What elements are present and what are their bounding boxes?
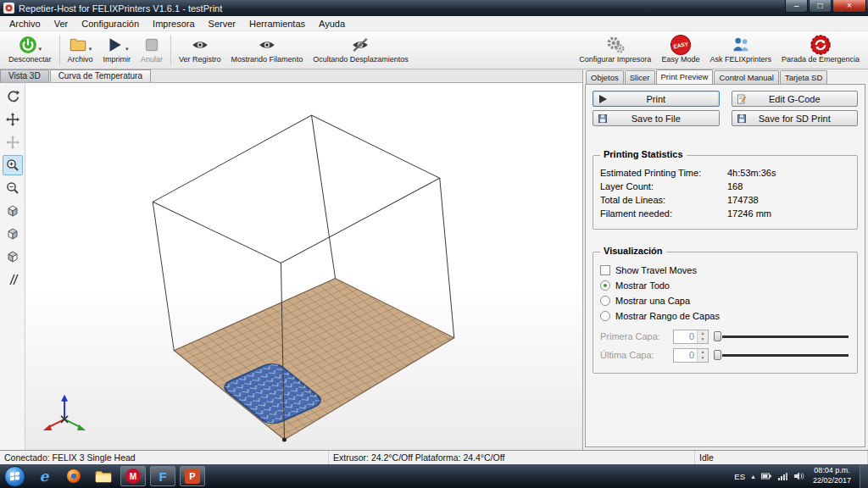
language-indicator[interactable]: ES (734, 472, 745, 481)
powerpoint-taskbar-icon[interactable]: P (180, 466, 205, 486)
menu-ver[interactable]: Ver (47, 17, 75, 30)
repetier-taskbar-icon[interactable]: F (150, 466, 175, 486)
makerbot-taskbar-icon[interactable]: M (120, 466, 146, 486)
close-button[interactable]: × (832, 0, 866, 13)
print-button[interactable]: ▾ Imprimir (98, 32, 136, 68)
easy-mode-button[interactable]: EASY Easy Mode (656, 32, 704, 68)
network-icon[interactable] (777, 471, 788, 481)
move-object-tool (3, 132, 23, 152)
explorer-taskbar-icon[interactable] (91, 466, 116, 486)
dropdown-arrow-icon: ▾ (89, 46, 92, 53)
tab-print-preview[interactable]: Print Preview (656, 69, 714, 84)
tab-temperature-curve[interactable]: Curva de Temperatura (50, 69, 151, 82)
show-filament-button[interactable]: Mostrando Filamento (226, 32, 309, 68)
travel-moves-label: Show Travel Moves (615, 265, 697, 275)
viewport-3d[interactable] (25, 83, 582, 450)
windows-flag-icon (9, 471, 20, 482)
last-layer-spinner[interactable]: 0 ▲ ▼ (673, 348, 709, 363)
radio-mostrar-todo[interactable] (600, 280, 610, 291)
folder-icon (95, 469, 112, 483)
menu-herramientas[interactable]: Herramientas (242, 17, 312, 30)
print-action-button[interactable]: Print (593, 91, 720, 107)
menu-ayuda[interactable]: Ayuda (312, 17, 352, 30)
tab-objetos[interactable]: Objetos (586, 70, 624, 84)
gears-icon (604, 36, 626, 54)
start-button[interactable] (4, 466, 25, 487)
last-layer-value: 0 (674, 349, 697, 362)
ie-taskbar-icon[interactable]: e (31, 466, 57, 486)
edit-gcode-button[interactable]: Edit G-Code (732, 91, 859, 107)
tab-3d-view[interactable]: Vista 3D (0, 69, 49, 82)
printing-statistics-group: Printing Statistics Estimated Printing T… (593, 155, 858, 230)
slider-track (722, 354, 849, 357)
slider-handle[interactable] (714, 350, 721, 360)
spin-up-icon[interactable]: ▲ (698, 349, 708, 356)
disconnect-button[interactable]: ▾ Desconectar (3, 32, 57, 68)
last-layer-slider[interactable] (714, 349, 850, 361)
rotate-view-tool[interactable] (3, 86, 23, 107)
tab-tarjeta-sd[interactable]: Tarjeta SD (780, 70, 827, 84)
windows-taskbar: e (0, 464, 868, 488)
spin-up-icon[interactable]: ▲ (698, 330, 708, 337)
battery-icon[interactable] (761, 471, 772, 481)
show-log-button[interactable]: Ver Registro (174, 32, 226, 68)
print-bed (174, 249, 523, 450)
configure-printer-button[interactable]: Configurar Impresora (574, 32, 656, 68)
stat-value: 174738 (727, 195, 759, 205)
emergency-stop-button[interactable]: Parada de Emergencia (776, 32, 865, 68)
tab-slicer[interactable]: Slicer (625, 70, 655, 84)
move-arrows-icon (6, 113, 19, 126)
first-layer-value: 0 (674, 330, 697, 343)
save-to-file-button[interactable]: Save to File (593, 110, 720, 126)
slider-handle[interactable] (714, 331, 721, 341)
save-sd-button[interactable]: Save for SD Print (732, 110, 859, 126)
last-layer-label: Última Capa: (600, 350, 668, 360)
taskbar-clock[interactable]: 08:04 p.m. 22/02/2017 (810, 466, 854, 485)
top-view-tool[interactable] (3, 247, 23, 267)
zoom-out-tool[interactable] (3, 178, 23, 198)
parallel-projection-tool[interactable] (3, 269, 23, 290)
spin-down-icon[interactable]: ▼ (698, 336, 708, 343)
radio-mostrar-rango[interactable] (600, 311, 610, 321)
travel-moves-checkbox[interactable] (600, 265, 610, 275)
front-view-tool[interactable] (3, 224, 23, 244)
menu-configuracion[interactable]: Configuración (75, 17, 146, 30)
window-title: Repetier-Host for FELIXPrinters V1.6.1 -… (19, 3, 785, 14)
radio-row: Mostrar Todo (600, 278, 850, 293)
easy-mode-label: Easy Mode (661, 55, 699, 64)
zoom-in-tool[interactable] (3, 155, 23, 175)
maximize-button[interactable]: □ (809, 0, 832, 13)
repetier-host-window: Repetier-Host for FELIXPrinters V1.6.1 -… (0, 0, 868, 488)
ask-felixprinters-button[interactable]: Ask FELIXprinters (704, 32, 776, 68)
radio-mostrar-una-capa-label: Mostrar una Capa (615, 296, 690, 306)
tray-expand-icon[interactable]: ▲ (750, 474, 756, 480)
view-tool-strip (0, 83, 25, 450)
first-layer-slider[interactable] (714, 330, 850, 342)
firefox-taskbar-icon[interactable] (61, 466, 86, 486)
hide-travel-button[interactable]: Ocultando Desplazamientos (308, 32, 414, 68)
menu-archivo[interactable]: Archivo (3, 17, 47, 30)
menu-server[interactable]: Server (202, 17, 242, 30)
disconnect-label: Desconectar (8, 55, 52, 64)
connection-status: Conectado: FELIX 3 Single Head (0, 451, 329, 464)
radio-mostrar-una-capa[interactable] (600, 296, 610, 306)
show-desktop-button[interactable] (860, 464, 868, 488)
first-layer-spinner[interactable]: 0 ▲ ▼ (673, 330, 709, 344)
slider-track (722, 336, 849, 338)
isometric-view-tool[interactable] (3, 201, 23, 221)
tab-control-manual[interactable]: Control Manual (714, 70, 778, 84)
spinner-arrows: ▲ ▼ (697, 330, 708, 343)
parallel-lines-icon (6, 273, 19, 286)
minimize-button[interactable]: – (785, 0, 808, 13)
spin-down-icon[interactable]: ▼ (698, 355, 708, 362)
repetier-letter: F (159, 469, 166, 484)
window-controls: – □ × (785, 0, 866, 13)
viewport-3d-scene (25, 83, 582, 450)
menu-impresora[interactable]: Impresora (146, 17, 202, 30)
move-view-tool[interactable] (3, 109, 23, 130)
toolbar-separator (170, 36, 171, 64)
emergency-stop-label: Parada de Emergencia (782, 55, 860, 64)
volume-icon[interactable] (793, 471, 804, 481)
file-button[interactable]: ▾ Archivo (63, 32, 98, 68)
stat-value: 4h:53m:36s (727, 168, 776, 178)
